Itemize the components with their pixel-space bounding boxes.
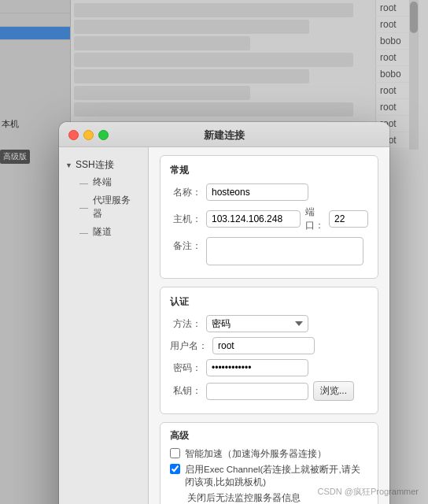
tree-item-tunnel-label: 隧道 — [93, 225, 112, 239]
user-input[interactable] — [212, 337, 315, 354]
tree-item-dash-icon: — — [79, 178, 88, 187]
port-input[interactable] — [329, 210, 368, 228]
tree-section-label: SSH连接 — [76, 158, 114, 172]
monitor-label: 关闭后无法监控服务器信息 — [187, 491, 301, 504]
host-row: 主机： 端口： — [170, 206, 368, 232]
dialog-body: ▼ SSH连接 — 终端 — 代理服务器 — 隧道 — [59, 147, 389, 504]
method-row: 方法： 密码 公钥 键盘交互 — [170, 315, 368, 332]
host-label: 主机： — [170, 213, 201, 226]
method-select[interactable]: 密码 公钥 键盘交互 — [206, 315, 308, 332]
tree-item-terminal[interactable]: — 终端 — [65, 173, 142, 191]
checkbox-row-1: 智能加速（加速海外服务器连接） — [170, 447, 368, 460]
memo-input[interactable] — [206, 237, 363, 265]
close-button[interactable] — [68, 130, 79, 140]
traffic-lights — [68, 130, 109, 140]
tree-panel: ▼ SSH连接 — 终端 — 代理服务器 — 隧道 — [59, 147, 149, 504]
name-input[interactable] — [206, 183, 308, 201]
password-row: 密码： — [170, 359, 368, 376]
minimize-button[interactable] — [83, 130, 94, 140]
form-panel: 常规 名称： 主机： 端口： 备注： 认证 — [149, 147, 389, 504]
dialog-title: 新建连接 — [204, 128, 245, 143]
tree-item-terminal-label: 终端 — [93, 176, 112, 189]
user-row: 用户名： — [170, 337, 368, 354]
smart-accelerate-label[interactable]: 智能加速（加速海外服务器连接） — [185, 447, 327, 460]
exec-channel-label[interactable]: 启用Exec Channel(若连接上就被断开,请关闭该项,比如跳板机) — [185, 463, 368, 488]
general-section: 常规 名称： 主机： 端口： 备注： — [160, 155, 378, 279]
tree-item-tunnel[interactable]: — 隧道 — [65, 223, 142, 241]
tree-item-proxy[interactable]: — 代理服务器 — [65, 191, 142, 223]
memo-row: 备注： — [170, 237, 368, 265]
host-input[interactable] — [206, 210, 301, 228]
maximize-button[interactable] — [98, 130, 109, 140]
advanced-section-title: 高级 — [170, 429, 368, 443]
browse-button[interactable]: 浏览... — [313, 381, 354, 401]
user-label: 用户名： — [170, 339, 208, 353]
method-label: 方法： — [170, 317, 201, 331]
dialog-titlebar: 新建连接 — [59, 122, 389, 147]
password-input[interactable] — [206, 359, 308, 376]
port-label: 端口： — [305, 206, 324, 232]
smart-accelerate-checkbox[interactable] — [170, 448, 180, 458]
tree-expand-icon: ▼ — [65, 161, 72, 169]
watermark: CSDN @疯狂Programmer — [317, 486, 419, 498]
key-label: 私钥： — [170, 384, 201, 398]
general-section-title: 常规 — [170, 164, 368, 177]
auth-section: 认证 方法： 密码 公钥 键盘交互 用户名： 密码： — [160, 287, 378, 414]
new-connection-dialog: 新建连接 ▼ SSH连接 — 终端 — 代理服务器 — 隧道 — [59, 122, 389, 504]
tree-ssh-section: ▼ SSH连接 — 终端 — 代理服务器 — 隧道 — [59, 154, 148, 244]
password-label: 密码： — [170, 361, 201, 375]
tree-item-proxy-label: 代理服务器 — [93, 194, 138, 220]
tree-item-dash-icon: — — [79, 202, 88, 212]
tree-item-dash-icon: — — [79, 228, 88, 237]
key-input[interactable] — [206, 383, 308, 400]
tree-section-header[interactable]: ▼ SSH连接 — [65, 157, 142, 173]
name-label: 名称： — [170, 186, 201, 199]
exec-channel-checkbox[interactable] — [170, 464, 180, 474]
auth-section-title: 认证 — [170, 295, 368, 309]
key-row: 私钥： 浏览... — [170, 381, 368, 401]
name-row: 名称： — [170, 183, 368, 201]
checkbox-row-2: 启用Exec Channel(若连接上就被断开,请关闭该项,比如跳板机) — [170, 463, 368, 488]
memo-label: 备注： — [170, 239, 201, 253]
